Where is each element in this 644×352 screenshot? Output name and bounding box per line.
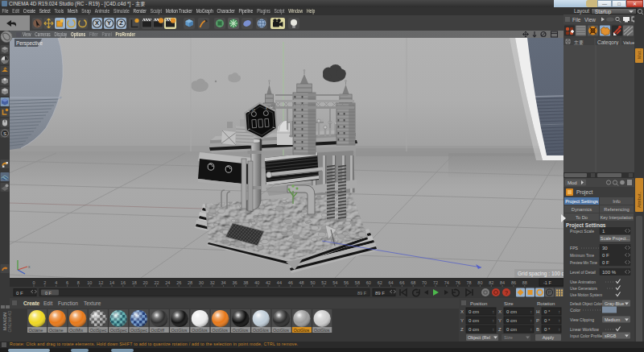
svg-text:0 °: 0 ° xyxy=(544,309,551,314)
svg-text:76: 76 xyxy=(456,280,460,285)
svg-text:Y: Y xyxy=(498,318,502,323)
svg-text:56: 56 xyxy=(344,280,349,285)
svg-text:62: 62 xyxy=(378,280,382,285)
svg-text:48: 48 xyxy=(299,280,304,285)
svg-text:View: View xyxy=(584,17,596,23)
svg-text:Project Scale: Project Scale xyxy=(570,229,594,234)
svg-text:0 cm: 0 cm xyxy=(506,327,517,332)
svg-text:X: X xyxy=(95,19,99,27)
svg-text:Color: Color xyxy=(570,308,580,313)
svg-text:OctGlos: OctGlos xyxy=(192,328,208,333)
svg-text:70: 70 xyxy=(422,280,427,285)
svg-text:View Clipping: View Clipping xyxy=(570,317,594,322)
svg-text:44: 44 xyxy=(277,280,282,285)
svg-text:84: 84 xyxy=(500,280,505,285)
svg-text:42: 42 xyxy=(266,280,270,285)
svg-text:Info: Info xyxy=(613,199,621,204)
svg-text:Medium: Medium xyxy=(605,317,621,322)
svg-text:Rotation: Rotation xyxy=(537,301,555,306)
svg-text:Project: Project xyxy=(576,189,592,196)
svg-text:16: 16 xyxy=(121,280,126,285)
svg-text:主要: 主要 xyxy=(574,39,584,46)
svg-text:54: 54 xyxy=(332,280,337,285)
svg-text:89 F: 89 F xyxy=(357,291,367,296)
svg-text:0 cm: 0 cm xyxy=(469,309,479,314)
svg-text:Apply: Apply xyxy=(543,335,555,340)
svg-text:89 F: 89 F xyxy=(375,291,385,296)
svg-text:Octane: Octane xyxy=(49,328,64,333)
svg-text:Size: Size xyxy=(504,301,514,306)
svg-text:OctGlos: OctGlos xyxy=(233,328,249,333)
svg-text:Position: Position xyxy=(470,301,487,306)
svg-text:Object (Rel: Object (Rel xyxy=(468,335,490,340)
svg-text:Linear Workflow: Linear Workflow xyxy=(570,327,599,332)
svg-text:P: P xyxy=(547,290,551,295)
svg-text:OctGlos: OctGlos xyxy=(171,328,188,333)
svg-text:46: 46 xyxy=(288,280,293,285)
svg-text:↕: ↕ xyxy=(530,318,533,323)
svg-text:28: 28 xyxy=(188,280,192,285)
svg-text:Use Motion System: Use Motion System xyxy=(570,292,602,297)
svg-text:FPS: FPS xyxy=(570,246,578,251)
svg-text:8: 8 xyxy=(77,280,80,285)
svg-text:OctDiff: OctDiff xyxy=(151,328,164,333)
svg-text:sRGB: sRGB xyxy=(605,333,617,338)
svg-text:X: X xyxy=(460,309,464,314)
svg-text:OctGlos: OctGlos xyxy=(293,328,309,333)
svg-text:?: ? xyxy=(505,290,508,296)
svg-text:40: 40 xyxy=(254,280,259,285)
svg-text:74: 74 xyxy=(444,280,449,285)
svg-text:Z: Z xyxy=(119,19,123,27)
svg-text:52: 52 xyxy=(321,280,326,285)
svg-text:B: B xyxy=(536,327,539,332)
svg-text:Edit: Edit xyxy=(43,300,52,306)
svg-text:30: 30 xyxy=(602,246,608,251)
svg-text:OctSpec: OctSpec xyxy=(110,328,127,333)
svg-text:12: 12 xyxy=(98,280,103,285)
svg-text:Function: Function xyxy=(58,300,78,306)
svg-text:6: 6 xyxy=(66,280,68,285)
svg-text:OctMix: OctMix xyxy=(69,328,83,333)
svg-text:↕: ↕ xyxy=(493,318,495,323)
svg-text:30: 30 xyxy=(199,280,204,285)
svg-text:Level of Detail: Level of Detail xyxy=(570,270,596,275)
svg-text:38: 38 xyxy=(243,280,248,285)
svg-text:78: 78 xyxy=(466,280,471,285)
svg-text:4: 4 xyxy=(55,280,57,285)
svg-text:0 °: 0 ° xyxy=(544,318,551,323)
svg-text:Mod: Mod xyxy=(568,180,577,185)
svg-text:Default Object Color: Default Object Color xyxy=(570,301,602,306)
svg-text:86: 86 xyxy=(511,280,516,285)
svg-text:0: 0 xyxy=(32,280,35,285)
svg-text:34: 34 xyxy=(221,280,226,285)
svg-text:Key Interpolation: Key Interpolation xyxy=(601,215,633,220)
svg-text:Minimum Time: Minimum Time xyxy=(570,253,594,258)
svg-text:24: 24 xyxy=(165,280,170,285)
svg-text:14: 14 xyxy=(109,280,114,285)
svg-text:0 cm: 0 cm xyxy=(469,318,479,323)
svg-text:Use Generators: Use Generators xyxy=(570,286,597,291)
svg-text:Scale Project...: Scale Project... xyxy=(601,236,630,241)
svg-text:2: 2 xyxy=(43,280,46,285)
svg-text:To Do: To Do xyxy=(576,215,588,220)
svg-text:Z: Z xyxy=(498,327,502,332)
svg-text:0 F: 0 F xyxy=(45,291,52,296)
svg-text:Mat..: Mat.. xyxy=(637,48,642,59)
svg-text:Project Settings: Project Settings xyxy=(565,199,598,204)
svg-text:100 %: 100 % xyxy=(602,270,617,275)
svg-text:Attribut..: Attribut.. xyxy=(637,191,642,208)
svg-text:0 cm: 0 cm xyxy=(469,327,479,332)
svg-text:↕: ↕ xyxy=(559,318,561,323)
svg-text:↕: ↕ xyxy=(530,309,533,314)
svg-text:Dynamics: Dynamics xyxy=(572,207,592,212)
svg-text:X: X xyxy=(498,309,502,314)
svg-text:26: 26 xyxy=(176,280,181,285)
svg-text:Texture: Texture xyxy=(84,300,101,306)
svg-text:88: 88 xyxy=(522,280,527,285)
svg-text:OctGlos: OctGlos xyxy=(314,328,330,333)
svg-text:B: B xyxy=(266,106,267,110)
svg-text:36: 36 xyxy=(232,280,237,285)
svg-text:Referencing: Referencing xyxy=(604,207,629,212)
svg-text:Preview Min Time: Preview Min Time xyxy=(570,260,597,265)
svg-text:↕: ↕ xyxy=(530,327,533,332)
